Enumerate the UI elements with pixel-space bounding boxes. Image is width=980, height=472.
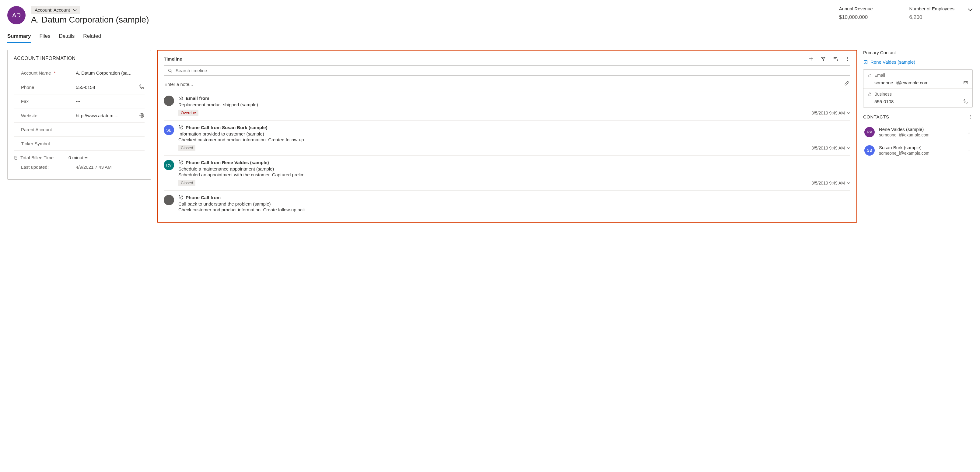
phone-value: 555-0158 (76, 85, 136, 90)
timeline-item-avatar: RV (164, 160, 174, 170)
timeline-item-subject: Information provided to customer (sample… (178, 131, 850, 136)
primary-contact-card: Email someone_i@example.com Business 555… (863, 69, 973, 107)
tab-files[interactable]: Files (39, 33, 50, 43)
field-ticker[interactable]: Ticker Symbol --- (14, 137, 145, 151)
timeline-item-type: Phone Call from (186, 195, 221, 200)
entity-selector-label: Account: Account (35, 7, 70, 13)
timeline-item-avatar: SB (164, 125, 174, 135)
fax-label: Fax (21, 99, 73, 104)
contact-more-button[interactable] (967, 148, 972, 153)
ticker-value: --- (76, 141, 145, 146)
calculator-icon (14, 156, 18, 160)
add-icon[interactable] (808, 56, 814, 62)
phone-call-icon (178, 195, 183, 200)
record-title: A. Datum Corporation (sample) (31, 15, 149, 25)
search-icon (168, 68, 173, 73)
more-icon (967, 130, 972, 135)
contact-row[interactable]: RVRene Valdes (sample)someone_i@example.… (863, 123, 973, 141)
timeline-item-avatar (164, 195, 174, 205)
chevron-down-icon[interactable] (847, 181, 850, 185)
field-website[interactable]: Website http://www.adatum.... (14, 108, 145, 123)
status-badge: Overdue (178, 110, 199, 116)
header-expand-button[interactable] (968, 7, 973, 12)
timeline-title: Timeline (164, 56, 182, 62)
note-placeholder: Enter a note... (164, 81, 193, 87)
contact-row[interactable]: SBSusan Burk (sample)someone_l@example.c… (863, 141, 973, 159)
contact-name: Susan Burk (sample) (879, 145, 963, 150)
employees-value: 6,200 (909, 14, 955, 21)
note-entry[interactable]: Enter a note... (164, 79, 850, 91)
pc-email-field: Email someone_i@example.com (864, 70, 972, 89)
timeline-item-subject: Replacement product shipped (sample) (178, 102, 850, 107)
timeline-item[interactable]: Email fromReplacement product shipped (s… (164, 91, 850, 121)
timeline-search-input[interactable] (176, 68, 846, 73)
timeline-card: Timeline Enter a note... Email fromRepla… (157, 50, 857, 223)
timeline-item-type: Email from (186, 96, 209, 101)
phone-label: Phone (21, 85, 73, 90)
filter-icon[interactable] (821, 56, 826, 62)
contact-body: Rene Valdes (sample)someone_i@example.co… (879, 127, 963, 137)
timeline-item-type: Phone Call from Susan Burk (sample) (186, 125, 267, 130)
sort-icon[interactable] (833, 56, 838, 62)
timeline-item[interactable]: RVPhone Call from Rene Valdes (sample)Sc… (164, 156, 850, 191)
total-billed-label: Total Billed Time (21, 155, 54, 160)
contact-avatar: SB (864, 145, 875, 156)
status-badge: Closed (178, 180, 196, 186)
account-name-label: Account Name (21, 70, 51, 75)
phone-call-icon (178, 160, 183, 165)
contact-email: someone_i@example.com (879, 132, 963, 137)
field-phone[interactable]: Phone 555-0158 (14, 80, 145, 94)
last-updated-value: 4/9/2021 7:43 AM (76, 164, 145, 170)
lock-icon (868, 73, 872, 77)
timeline-item-subject: Call back to understand the problem (sam… (178, 201, 850, 206)
record-header: AD Account: Account A. Datum Corporation… (7, 6, 973, 25)
timeline-item-date: 3/5/2019 9:49 AM (811, 110, 850, 115)
more-icon[interactable] (845, 56, 850, 62)
account-info-title: ACCOUNT INFORMATION (14, 56, 145, 61)
timeline-item[interactable]: Phone Call fromCall back to understand t… (164, 191, 850, 217)
contact-body: Susan Burk (sample)someone_l@example.com (879, 145, 963, 156)
phone-icon[interactable] (139, 85, 145, 90)
tab-related[interactable]: Related (83, 33, 101, 43)
header-metrics: Annual Revenue $10,000.000 Number of Emp… (839, 6, 973, 21)
entity-selector[interactable]: Account: Account (31, 6, 80, 14)
pc-business-field: Business 555-0108 (864, 89, 972, 107)
email-icon[interactable] (963, 80, 968, 85)
field-last-updated: Last updated: 4/9/2021 7:43 AM (14, 164, 145, 174)
timeline-item-date: 3/5/2019 9:49 AM (811, 180, 850, 185)
chevron-down-icon[interactable] (847, 111, 850, 115)
timeline-item-subject: Schedule a maintenance appointment (samp… (178, 166, 850, 171)
last-updated-label: Last updated: (21, 164, 73, 170)
globe-icon[interactable] (139, 113, 145, 118)
field-account-name[interactable]: Account Name* A. Datum Corporation (sa..… (14, 66, 145, 80)
timeline-item-body: Phone Call from Rene Valdes (sample)Sche… (178, 160, 850, 186)
attachment-icon[interactable] (844, 81, 850, 87)
field-parent-account[interactable]: Parent Account --- (14, 123, 145, 137)
chevron-down-icon (73, 8, 77, 12)
pc-business-value: 555-0108 (874, 99, 894, 104)
record-avatar: AD (7, 6, 25, 24)
timeline-item[interactable]: SBPhone Call from Susan Burk (sample)Inf… (164, 121, 850, 156)
field-fax[interactable]: Fax --- (14, 94, 145, 108)
tab-summary[interactable]: Summary (7, 33, 31, 43)
more-icon[interactable] (968, 115, 973, 120)
contact-avatar: RV (864, 127, 875, 137)
parent-account-value: --- (76, 127, 145, 132)
contacts-title: CONTACTS (863, 114, 889, 120)
chevron-down-icon[interactable] (847, 146, 850, 150)
pc-email-value: someone_i@example.com (874, 80, 929, 85)
timeline-item-body: Phone Call from Susan Burk (sample)Infor… (178, 125, 850, 151)
fax-value: --- (76, 99, 145, 104)
tab-details[interactable]: Details (59, 33, 75, 43)
ticker-label: Ticker Symbol (21, 141, 73, 146)
chevron-down-icon (968, 7, 973, 12)
primary-contact-name: Rene Valdes (sample) (870, 59, 915, 65)
contact-more-button[interactable] (967, 130, 972, 135)
timeline-search[interactable] (164, 65, 850, 76)
status-badge: Closed (178, 145, 196, 151)
phone-icon[interactable] (963, 99, 968, 104)
primary-contact-link[interactable]: Rene Valdes (sample) (863, 59, 973, 65)
contact-email: someone_l@example.com (879, 151, 963, 156)
timeline-list: Email fromReplacement product shipped (s… (164, 91, 850, 217)
lock-icon (868, 92, 872, 96)
